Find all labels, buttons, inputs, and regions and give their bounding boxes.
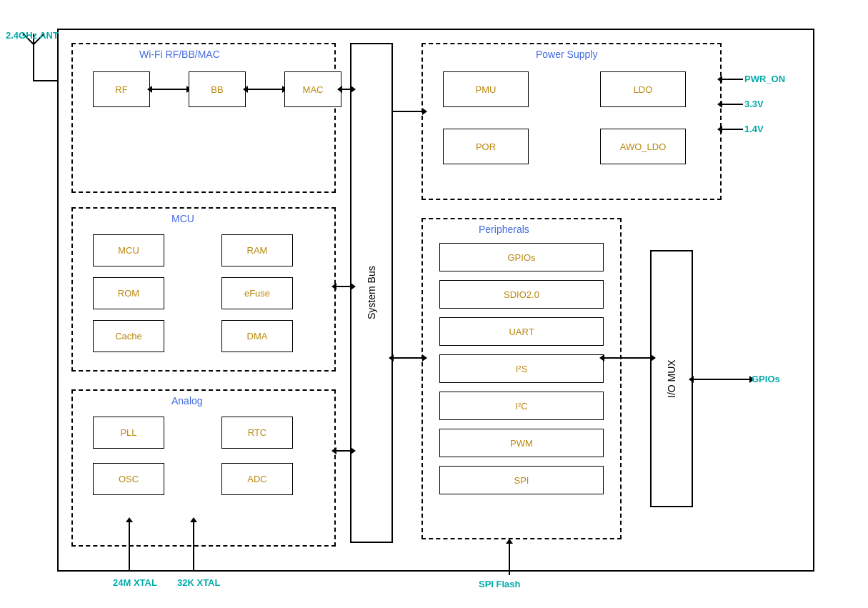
rtc-box: RTC	[221, 417, 293, 449]
analog-bus-arrow	[336, 450, 351, 452]
gpios-label: GPIOs	[752, 374, 780, 384]
adc-box: ADC	[221, 463, 293, 495]
pwm-box: PWM	[439, 429, 604, 457]
spi-box: SPI	[439, 466, 604, 494]
pwron-arrow	[722, 79, 743, 80]
rf-bb-arrow	[151, 89, 187, 90]
xtal24-arrow	[129, 522, 130, 572]
pwron-label: PWR_ON	[744, 74, 785, 84]
por-box: POR	[443, 129, 529, 164]
v33-label: 3.3V	[744, 99, 764, 109]
osc-box: OSC	[93, 463, 164, 495]
xtal32-arrow	[193, 522, 194, 572]
i2s-box: I²S	[439, 354, 604, 383]
periph-iomux-arrow	[604, 357, 652, 359]
mcu-bus-arrow	[336, 286, 351, 287]
bb-mac-arrow	[247, 89, 283, 90]
dma-box: DMA	[221, 320, 293, 352]
ant-line	[33, 80, 59, 81]
peripherals-label: Peripherals	[479, 224, 529, 235]
mcu-label: MCU	[171, 213, 194, 224]
rf-box: RF	[93, 71, 150, 107]
analog-label: Analog	[171, 395, 203, 407]
ant-label: 2.4GHz ANT	[6, 30, 59, 41]
diagram-container: 2.4GHz ANT Wi-Fi RF/BB/MAC RF BB MAC MCU…	[0, 0, 868, 608]
ram-box: RAM	[221, 234, 293, 266]
rom-box: ROM	[93, 277, 164, 309]
iomux-ext-arrow	[693, 379, 750, 380]
xtal32-label: 32K XTAL	[177, 577, 220, 588]
pll-box: PLL	[93, 417, 164, 449]
ant-v-line	[33, 43, 34, 80]
bus-periph-arrow	[393, 357, 423, 359]
v33-arrow	[722, 104, 743, 105]
spiflash-v-arrow	[509, 543, 510, 575]
v14-label: 1.4V	[744, 124, 764, 134]
power-label: Power Supply	[536, 49, 597, 60]
efuse-box: eFuse	[221, 277, 293, 309]
mcu-box: MCU	[93, 234, 164, 266]
i2c-box: I²C	[439, 392, 604, 420]
wifi-bus-arrow	[341, 89, 351, 90]
spiflash-label: SPI Flash	[479, 579, 521, 589]
io-mux: I/O MUX	[650, 250, 693, 507]
system-bus: System Bus	[350, 43, 393, 543]
v14-arrow	[722, 129, 743, 130]
mac-box: MAC	[284, 71, 341, 107]
pmu-box: PMU	[443, 71, 529, 107]
awo-ldo-box: AWO_LDO	[600, 129, 686, 164]
uart-box: UART	[439, 317, 604, 346]
bb-box: BB	[189, 71, 246, 107]
bus-power-arrow	[393, 111, 423, 112]
wifi-label: Wi-Fi RF/BB/MAC	[139, 49, 220, 60]
ldo-box: LDO	[600, 71, 686, 107]
cache-box: Cache	[93, 320, 164, 352]
xtal24-label: 24M XTAL	[113, 577, 157, 588]
power-section	[421, 43, 722, 200]
wifi-section	[71, 43, 336, 193]
gpios-box: GPIOs	[439, 243, 604, 271]
sdio-box: SDIO2.0	[439, 280, 604, 309]
